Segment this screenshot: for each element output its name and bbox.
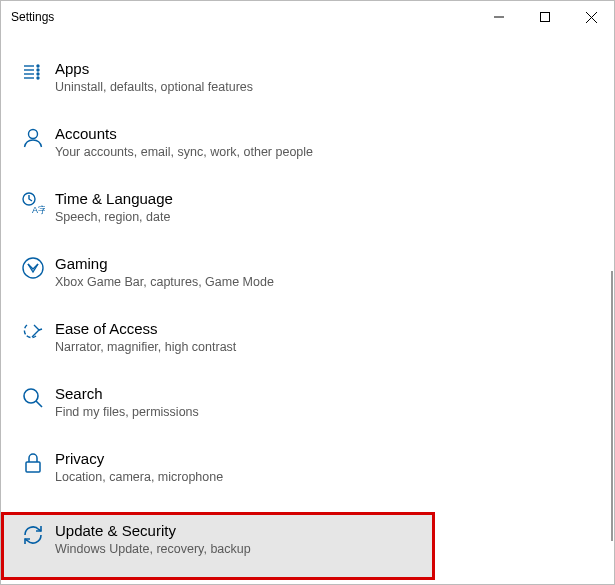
maximize-button[interactable] — [522, 1, 568, 33]
svg-point-16 — [24, 389, 38, 403]
settings-item-update-security[interactable]: Update & Security Windows Update, recove… — [1, 512, 435, 580]
settings-item-search[interactable]: Search Find my files, permissions — [1, 382, 614, 447]
item-title: Privacy — [55, 449, 223, 469]
svg-point-11 — [37, 77, 39, 79]
minimize-button[interactable] — [476, 1, 522, 33]
settings-item-privacy[interactable]: Privacy Location, camera, microphone — [1, 447, 614, 512]
item-title: Time & Language — [55, 189, 173, 209]
svg-text:A字: A字 — [32, 205, 45, 215]
item-title: Accounts — [55, 124, 313, 144]
gaming-icon — [15, 252, 51, 280]
item-subtitle: Uninstall, defaults, optional features — [55, 79, 253, 96]
item-title: Ease of Access — [55, 319, 236, 339]
settings-item-ease-of-access[interactable]: Ease of Access Narrator, magnifier, high… — [1, 317, 614, 382]
item-subtitle: Narrator, magnifier, high contrast — [55, 339, 236, 356]
item-title: Search — [55, 384, 199, 404]
svg-rect-1 — [541, 13, 550, 22]
item-title: Update & Security — [55, 521, 251, 541]
settings-item-time-language[interactable]: A字 Time & Language Speech, region, date — [1, 187, 614, 252]
item-subtitle: Find my files, permissions — [55, 404, 199, 421]
svg-point-8 — [37, 65, 39, 67]
settings-item-apps[interactable]: Apps Uninstall, defaults, optional featu… — [1, 57, 614, 122]
close-button[interactable] — [568, 1, 614, 33]
item-subtitle: Speech, region, date — [55, 209, 173, 226]
item-title: Apps — [55, 59, 253, 79]
svg-point-12 — [29, 130, 38, 139]
scrollbar[interactable] — [611, 271, 613, 541]
titlebar: Settings — [1, 1, 614, 33]
svg-rect-18 — [26, 462, 40, 472]
accounts-icon — [15, 122, 51, 150]
update-security-icon — [15, 515, 51, 547]
item-subtitle: Your accounts, email, sync, work, other … — [55, 144, 313, 161]
settings-item-gaming[interactable]: Gaming Xbox Game Bar, captures, Game Mod… — [1, 252, 614, 317]
window-controls — [476, 1, 614, 33]
svg-point-15 — [23, 258, 43, 278]
item-title: Gaming — [55, 254, 274, 274]
privacy-icon — [15, 447, 51, 475]
time-language-icon: A字 — [15, 187, 51, 215]
settings-item-accounts[interactable]: Accounts Your accounts, email, sync, wor… — [1, 122, 614, 187]
svg-point-10 — [37, 73, 39, 75]
search-icon — [15, 382, 51, 410]
item-subtitle: Xbox Game Bar, captures, Game Mode — [55, 274, 274, 291]
item-subtitle: Location, camera, microphone — [55, 469, 223, 486]
settings-list: Apps Uninstall, defaults, optional featu… — [1, 33, 614, 580]
apps-icon — [15, 57, 51, 85]
svg-point-9 — [37, 69, 39, 71]
ease-of-access-icon — [15, 317, 51, 345]
window-title: Settings — [11, 10, 54, 24]
svg-line-17 — [36, 401, 42, 407]
item-subtitle: Windows Update, recovery, backup — [55, 541, 251, 558]
